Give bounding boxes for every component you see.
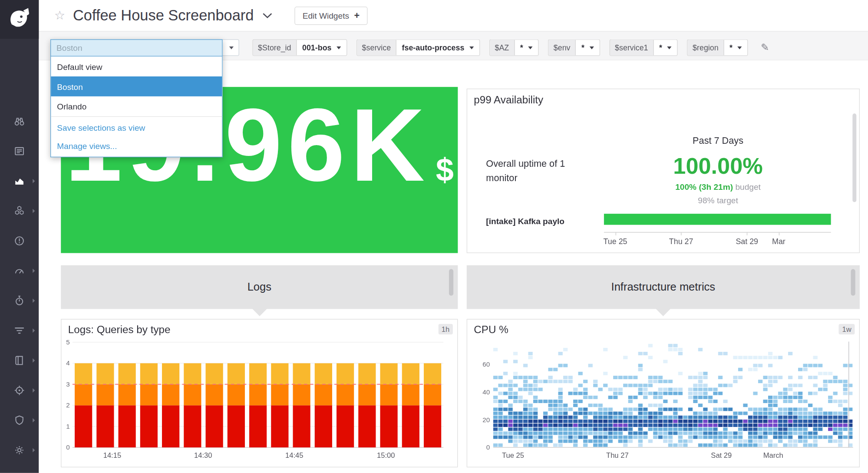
axis-tick: [747, 232, 747, 235]
group-pointer-notch: [251, 308, 267, 316]
svg-text:20: 20: [482, 416, 490, 423]
template-var-name: $service: [357, 40, 396, 56]
top-bar: ☆ Coffee House Screenboard Edit Widgets …: [39, 0, 868, 32]
sidebar-item-notebooks[interactable]: [0, 350, 39, 371]
alert-circle-icon: [13, 235, 26, 247]
infrastructure-group-header[interactable]: Infrastructure metrics: [467, 265, 860, 309]
newspaper-icon: [13, 145, 26, 157]
svg-text:3: 3: [66, 380, 70, 388]
sidebar-item-monitors[interactable]: [0, 230, 39, 251]
favorite-star-icon[interactable]: ☆: [54, 10, 65, 22]
datadog-logo[interactable]: [0, 0, 39, 39]
datadog-dog-icon: [7, 7, 32, 32]
svg-text:0: 0: [486, 443, 490, 451]
cpu-widget-title: CPU %: [474, 324, 508, 336]
edit-widgets-button[interactable]: Edit Widgets +: [295, 7, 367, 25]
template-var-region[interactable]: $region *: [687, 40, 748, 56]
logs-group-header[interactable]: Logs: [61, 265, 458, 309]
group-title: Infrastructure metrics: [467, 265, 860, 309]
template-var-value: *: [724, 40, 747, 56]
submenu-arrow-icon: [33, 448, 35, 452]
view-filter-input[interactable]: [50, 40, 222, 57]
submenu-arrow-icon: [33, 358, 35, 363]
template-var-store-id[interactable]: $Store_id 001-bos: [252, 40, 347, 56]
timeframe-badge: 1w: [839, 324, 855, 334]
template-var-service[interactable]: $service fse-auto-process: [356, 40, 480, 56]
template-var-env[interactable]: $env *: [548, 40, 600, 56]
logs-bar-chart: 01234514:1514:3014:4515:00: [64, 338, 456, 466]
app: ☆ Coffee House Screenboard Edit Widgets …: [0, 0, 868, 473]
title-chevron-down-icon[interactable]: [263, 13, 273, 19]
slo-budget-line: 100% (3h 21m) budget: [624, 182, 812, 192]
axis-tick: [681, 232, 682, 235]
submenu-arrow-icon: [33, 418, 35, 423]
sidebar-item-security[interactable]: [0, 410, 39, 430]
target-icon: [13, 384, 26, 397]
template-var-value: 001-bos: [297, 40, 347, 56]
sidebar-item-watchdog[interactable]: [0, 111, 39, 132]
sidebar-item-apm[interactable]: [0, 290, 39, 311]
edit-template-vars-pencil-icon[interactable]: ✎: [761, 42, 769, 54]
svg-text:4: 4: [66, 359, 70, 367]
scrollbar-thumb[interactable]: [852, 113, 856, 202]
sidebar: [0, 0, 39, 473]
view-option-default[interactable]: Default view: [51, 56, 222, 76]
binoculars-icon: [13, 115, 26, 127]
page-title[interactable]: Coffee House Screenboard: [73, 7, 254, 24]
gauge-icon: [13, 265, 26, 277]
template-var-value: fse-auto-process: [396, 40, 479, 56]
submenu-arrow-icon: [33, 179, 35, 183]
chevron-down-icon: [528, 46, 532, 49]
notebook-icon: [13, 354, 26, 367]
svg-text:1: 1: [66, 423, 70, 430]
big-number-unit: $: [436, 153, 454, 185]
group-title: Logs: [61, 265, 458, 309]
scrollbar-thumb[interactable]: [449, 269, 453, 296]
template-var-value: *: [515, 40, 538, 56]
sidebar-item-synthetics[interactable]: [0, 380, 39, 401]
axis-label: Mar: [772, 237, 785, 246]
plus-icon: +: [354, 11, 360, 20]
scrollbar-thumb[interactable]: [851, 269, 855, 296]
submenu-arrow-icon: [33, 388, 35, 393]
view-dropdown-actions: Save selections as view Manage views...: [51, 116, 222, 157]
sidebar-nav: [0, 111, 39, 461]
axis-label: Sat 29: [736, 237, 758, 246]
template-var-service1[interactable]: $service1 *: [609, 40, 677, 56]
template-var-name: $env: [548, 40, 576, 56]
chevron-down-icon: [589, 46, 594, 49]
svg-text:March: March: [763, 451, 783, 460]
slo-target-label: 98% target: [635, 195, 801, 205]
svg-text:2: 2: [66, 401, 70, 409]
submenu-arrow-icon: [33, 328, 35, 333]
svg-text:0: 0: [66, 443, 70, 451]
template-var-name: $region: [688, 40, 724, 56]
shield-icon: [13, 414, 26, 427]
slo-widget-title: p99 Availability: [474, 94, 543, 106]
manage-views-link[interactable]: Manage views...: [51, 137, 222, 155]
sidebar-item-logs[interactable]: [0, 320, 39, 341]
group-pointer-notch: [655, 308, 671, 316]
template-var-az[interactable]: $AZ *: [489, 40, 539, 56]
cpu-heatmap-chart: 0204060Tue 25Thu 27Sat 29March: [469, 338, 858, 466]
save-selections-link[interactable]: Save selections as view: [51, 119, 222, 137]
svg-text:14:30: 14:30: [194, 451, 212, 460]
view-option-orlando[interactable]: Orlando: [51, 96, 222, 116]
view-dropdown-list: Default view Boston Orlando Save selecti…: [50, 56, 222, 157]
slo-x-axis: Tue 25 Thu 27 Sat 29 Mar: [604, 232, 831, 232]
svg-text:60: 60: [482, 361, 490, 368]
sidebar-item-dashboards[interactable]: [0, 171, 39, 192]
sidebar-item-events[interactable]: [0, 141, 39, 162]
template-var-name: $AZ: [490, 40, 515, 56]
sidebar-item-infrastructure[interactable]: [0, 201, 39, 222]
submenu-arrow-icon: [33, 268, 35, 273]
sidebar-item-settings[interactable]: [0, 440, 39, 460]
svg-text:14:15: 14:15: [103, 451, 121, 460]
view-option-boston[interactable]: Boston: [51, 76, 222, 96]
chevron-down-icon: [337, 46, 341, 49]
svg-text:Thu 27: Thu 27: [606, 451, 629, 460]
logs-widget-title: Logs: Queries by type: [68, 324, 171, 336]
view-dropdown: Default view Boston Orlando Save selecti…: [50, 40, 222, 158]
sidebar-item-metrics[interactable]: [0, 260, 39, 281]
slo-budget-suffix: budget: [733, 182, 761, 192]
